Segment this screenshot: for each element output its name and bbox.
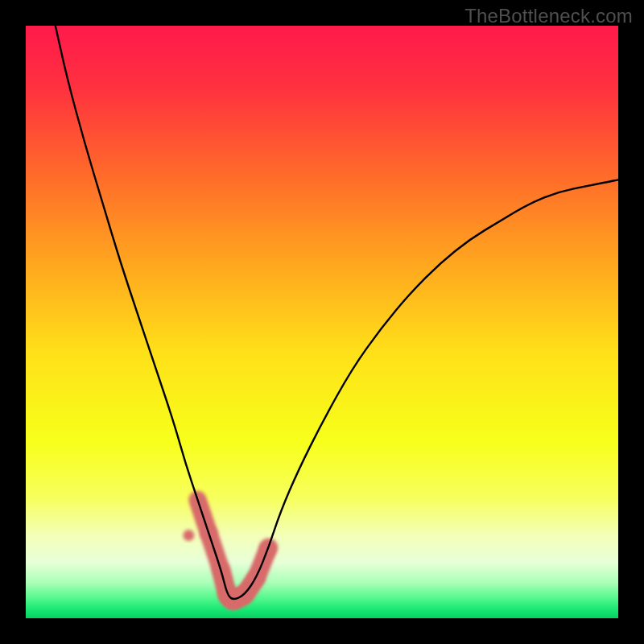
outer-frame: TheBottleneck.com xyxy=(0,0,644,644)
chart-svg xyxy=(26,26,618,618)
watermark-text: TheBottleneck.com xyxy=(464,5,633,27)
gradient-background xyxy=(26,26,618,618)
svg-point-0 xyxy=(183,530,194,541)
plot-area xyxy=(26,26,618,618)
